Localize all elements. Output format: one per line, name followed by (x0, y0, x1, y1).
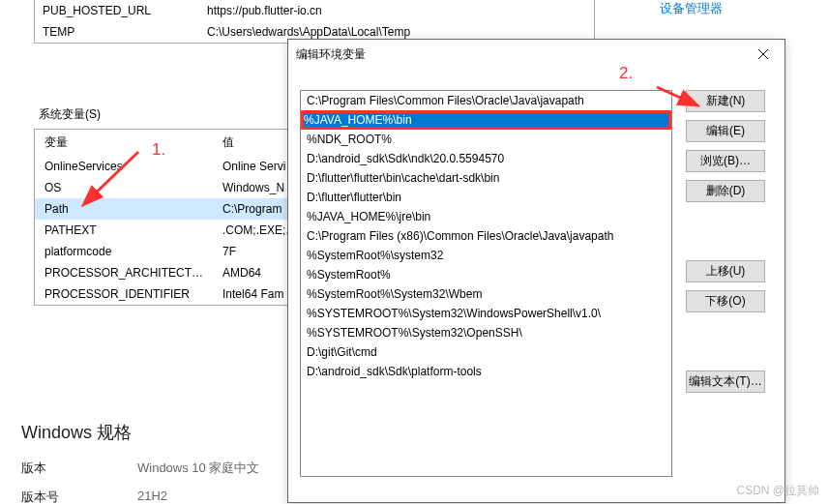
var-name: OS (35, 177, 213, 198)
dialog-title: 编辑环境变量 (296, 46, 366, 63)
dialog-button-column: 新建(N) 编辑(E) 浏览(B)… 删除(D) 上移(U) 下移(O) 编辑文… (686, 90, 765, 477)
var-name: PATHEXT (35, 220, 213, 241)
var-name: OnlineServices (35, 156, 213, 177)
list-item[interactable]: D:\git\Git\cmd (301, 342, 671, 362)
close-button[interactable] (741, 40, 785, 69)
spec-row: 版本Windows 10 家庭中文 (21, 460, 259, 477)
list-item[interactable]: C:\Program Files (x86)\Common Files\Orac… (301, 226, 671, 246)
list-item[interactable]: D:\android_sdk\Sdk\ndk\20.0.5594570 (301, 149, 671, 168)
new-button[interactable]: 新建(N) (686, 90, 765, 112)
spec-label: 版本 (21, 460, 137, 477)
spec-value: Windows 10 家庭中文 (137, 460, 259, 477)
delete-button[interactable]: 删除(D) (686, 180, 765, 202)
var-name: PROCESSOR_ARCHITECT… (35, 262, 213, 283)
edit-button[interactable]: 编辑(E) (686, 120, 765, 142)
list-item[interactable]: D:\flutter\flutter\bin (301, 188, 671, 207)
annotation-label-1: 1. (152, 140, 165, 160)
var-name: Path (35, 198, 213, 220)
path-listbox[interactable]: C:\Program Files\Common Files\Oracle\Jav… (300, 90, 672, 477)
move-down-button[interactable]: 下移(O) (686, 290, 765, 312)
move-up-button[interactable]: 上移(U) (686, 260, 765, 282)
list-item[interactable]: %JAVA_HOME%\jre\bin (301, 207, 671, 226)
list-item[interactable]: %SYSTEMROOT%\System32\WindowsPowerShell\… (301, 304, 671, 323)
list-item[interactable]: %JAVA_HOME%\bin (301, 110, 671, 130)
list-item[interactable]: D:\android_sdk\Sdk\platform-tools (301, 362, 671, 381)
edit-env-dialog: 编辑环境变量 C:\Program Files\Common Files\Ora… (287, 39, 785, 503)
var-name: PUB_HOSTED_URL (35, 0, 199, 21)
spec-value: 21H2 (137, 489, 167, 504)
browse-button[interactable]: 浏览(B)… (686, 150, 765, 172)
list-item[interactable]: %NDK_ROOT% (301, 130, 671, 149)
var-name: TEMP (35, 21, 199, 43)
user-vars-table: PUB_HOSTED_URLhttps://pub.flutter-io.cnT… (35, 0, 594, 43)
list-item[interactable]: %SYSTEMROOT%\System32\OpenSSH\ (301, 323, 671, 342)
var-name: platformcode (35, 241, 213, 262)
list-item[interactable]: %SystemRoot%\System32\Wbem (301, 284, 671, 304)
list-item[interactable]: %SystemRoot%\system32 (301, 246, 671, 265)
annotation-label-2: 2. (619, 64, 633, 83)
edit-text-button[interactable]: 编辑文本(T)… (686, 371, 765, 393)
dialog-titlebar[interactable]: 编辑环境变量 (288, 40, 785, 69)
var-name: PROCESSOR_IDENTIFIER (35, 283, 213, 305)
related-links: 设备管理器 (660, 0, 723, 27)
device-manager-link[interactable]: 设备管理器 (660, 0, 723, 17)
list-item[interactable]: C:\Program Files\Common Files\Oracle\Jav… (301, 91, 671, 110)
user-vars-panel: PUB_HOSTED_URLhttps://pub.flutter-io.cnT… (34, 0, 595, 44)
list-item[interactable]: %SystemRoot% (301, 265, 671, 284)
col-header-name[interactable]: 变量 (35, 130, 213, 156)
windows-spec-title: Windows 规格 (21, 421, 259, 444)
list-item[interactable]: D:\flutter\flutter\bin\cache\dart-sdk\bi… (301, 168, 671, 188)
windows-spec-section: Windows 规格 版本Windows 10 家庭中文版本号21H2 (21, 421, 259, 504)
spec-row: 版本号21H2 (21, 489, 259, 504)
close-icon (758, 49, 768, 59)
watermark: CSDN @拉莫帅 (736, 483, 819, 499)
table-row[interactable]: PUB_HOSTED_URLhttps://pub.flutter-io.cn (35, 0, 594, 21)
spec-label: 版本号 (21, 489, 137, 504)
var-value: https://pub.flutter-io.cn (199, 0, 594, 21)
